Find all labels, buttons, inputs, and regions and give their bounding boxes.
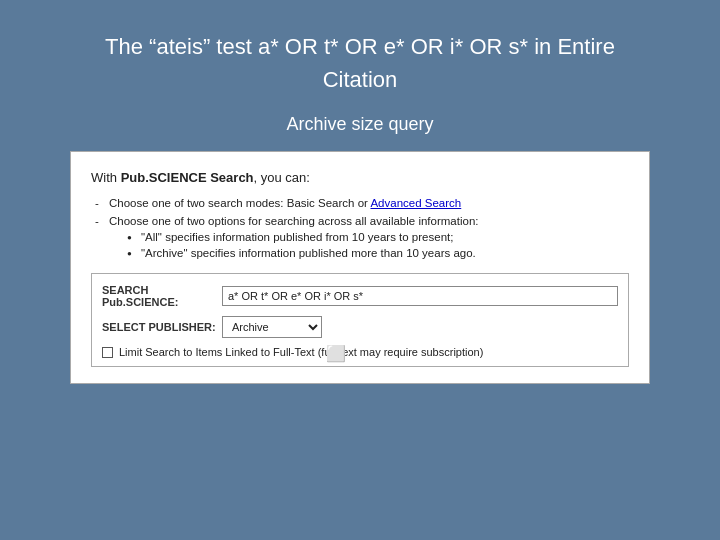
limit-text: Limit Search to Items Linked to Full-Tex… xyxy=(119,346,483,358)
publisher-label: SELECT PUBLISHER: xyxy=(102,321,222,333)
limit-checkbox[interactable] xyxy=(102,347,113,358)
search-input[interactable] xyxy=(222,286,618,306)
search-row: SEARCH Pub.SCIENCE: xyxy=(102,284,618,308)
bullet-item-1: "All" specifies information published fr… xyxy=(127,231,629,243)
brand-text: Pub.SCIENCE Search xyxy=(121,170,254,185)
screenshot-box: With Pub.SCIENCE Search, you can: Choose… xyxy=(70,151,650,384)
info-item-2-text: Choose one of two options for searching … xyxy=(109,215,478,227)
suffix-text: , you can: xyxy=(254,170,310,185)
info-item-1: Choose one of two search modes: Basic Se… xyxy=(95,197,629,209)
search-section: SEARCH Pub.SCIENCE: SELECT PUBLISHER: Ar… xyxy=(91,273,629,367)
header-text: The “ateis” test a* OR t* OR e* OR i* OR… xyxy=(105,30,615,96)
info-list: Choose one of two search modes: Basic Se… xyxy=(95,197,629,259)
limit-row: Limit Search to Items Linked to Full-Tex… xyxy=(102,346,618,358)
header-line2: Citation xyxy=(323,67,398,92)
archive-label-text: Archive size query xyxy=(286,114,433,134)
advanced-search-link[interactable]: Advanced Search xyxy=(370,197,461,209)
search-label: SEARCH Pub.SCIENCE: xyxy=(102,284,222,308)
header-line1: The “ateis” test a* OR t* OR e* OR i* OR… xyxy=(105,34,615,59)
pubscience-header: With Pub.SCIENCE Search, you can: xyxy=(91,170,629,185)
publisher-row: SELECT PUBLISHER: Archive ⬜ xyxy=(102,316,618,338)
bullet-2-text: "Archive" specifies information publishe… xyxy=(141,247,476,259)
info-item-1-text: Choose one of two search modes: Basic Se… xyxy=(109,197,370,209)
archive-label: Archive size query xyxy=(286,114,433,135)
publisher-select[interactable]: Archive xyxy=(222,316,322,338)
publisher-select-wrapper: Archive ⬜ xyxy=(222,316,322,338)
bullet-item-2: "Archive" specifies information publishe… xyxy=(127,247,629,259)
bullet-list: "All" specifies information published fr… xyxy=(127,231,629,259)
info-item-2: Choose one of two options for searching … xyxy=(95,215,629,259)
bullet-1-text: "All" specifies information published fr… xyxy=(141,231,453,243)
intro-text: With xyxy=(91,170,121,185)
